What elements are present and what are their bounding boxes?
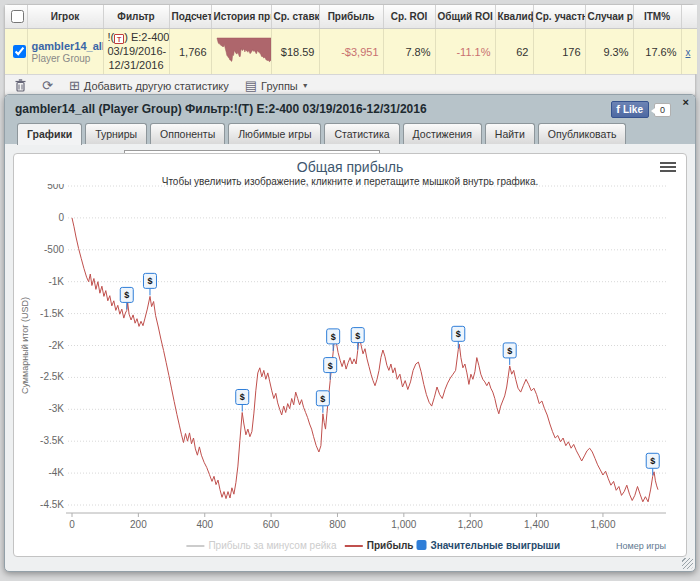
delete-button[interactable] (15, 79, 26, 92)
remove-row-link[interactable]: x (686, 47, 691, 58)
svg-text:-1.5K: -1.5K (40, 308, 64, 319)
col-total-roi[interactable]: Общий ROI (435, 5, 495, 29)
svg-text:-2K: -2K (48, 340, 64, 351)
cell-total-roi: -11.1% (435, 29, 495, 75)
svg-text:-3.5K: -3.5K (40, 435, 64, 446)
tab-favorite-games[interactable]: Любимые игры (228, 123, 321, 144)
tab-opponents[interactable]: Оппоненты (150, 123, 225, 144)
row-checkbox[interactable] (13, 45, 26, 58)
significant-win-flag[interactable]: $ (236, 389, 249, 411)
panel-title: gambler14_all (Player Group) Фильтр:!(T)… (15, 100, 611, 116)
groups-button[interactable]: ▤ Группы ▼ (245, 80, 309, 92)
profit-sparkline (216, 37, 272, 65)
select-all-checkbox[interactable] (11, 10, 24, 23)
facebook-like: f Like 0 (611, 101, 671, 118)
svg-text:-2.5K: -2.5K (40, 371, 64, 382)
col-flips[interactable]: Случаи ра (585, 5, 633, 29)
significant-win-flag[interactable]: $ (503, 343, 516, 365)
svg-text:1,000: 1,000 (391, 519, 416, 530)
svg-text:Номер игры: Номер игры (616, 541, 666, 551)
col-avg-entrants[interactable]: Ср. участни (533, 5, 585, 29)
col-qualified[interactable]: Квалиф (495, 5, 533, 29)
groups-label: Группы (261, 80, 298, 92)
filter-date-to: 12/31/2016 (108, 59, 163, 71)
svg-text:-4.5K: -4.5K (40, 499, 64, 510)
svg-text:400: 400 (196, 519, 213, 530)
svg-text:-500: -500 (44, 244, 64, 255)
col-profit-history[interactable]: История прибы (211, 5, 271, 29)
svg-text:$: $ (331, 332, 336, 342)
filter-date-from: 03/19/2016- (108, 45, 167, 57)
svg-text:500: 500 (47, 184, 64, 191)
resize-handle-icon[interactable] (682, 558, 693, 569)
svg-text:800: 800 (329, 519, 346, 530)
svg-text:$: $ (320, 394, 325, 404)
svg-text:-3K: -3K (48, 403, 64, 414)
tab-statistics[interactable]: Статистика (324, 123, 399, 144)
significant-win-flag[interactable]: $ (324, 358, 337, 380)
refresh-button[interactable]: ⟳ (42, 80, 53, 92)
tab-tournaments[interactable]: Турниры (85, 123, 147, 144)
filter-suffix: ) E:2-400 (124, 31, 169, 43)
player-link[interactable]: gambler14_all (32, 40, 104, 52)
svg-text:600: 600 (263, 519, 280, 530)
groups-icon: ▤ (245, 80, 257, 92)
cell-profit-history[interactable] (211, 29, 271, 75)
significant-win-flag[interactable]: $ (452, 326, 465, 348)
svg-text:Суммарный итог (USD): Суммарный итог (USD) (20, 297, 30, 394)
significant-win-flag[interactable]: $ (646, 453, 659, 475)
col-filter[interactable]: Фильтр (103, 5, 169, 29)
legend-item[interactable]: Прибыль (345, 540, 414, 551)
svg-text:0: 0 (69, 519, 75, 530)
legend-item[interactable]: Прибыль за минусом рейка (186, 540, 337, 551)
chart-menu-icon[interactable] (660, 162, 676, 174)
col-count[interactable]: Подсчет (169, 5, 211, 29)
col-profit[interactable]: Прибыль (319, 5, 383, 29)
cell-player: gambler14_all Player Group (27, 29, 103, 75)
cell-flips: 9.3% (585, 29, 633, 75)
profit-chart[interactable]: 5000-500-1K-1.5K-2K-2.5K-3K-3.5K-4K-4.5K… (16, 184, 692, 556)
tab-achievements[interactable]: Достижения (403, 123, 482, 144)
chevron-down-icon: ▼ (302, 82, 309, 89)
results-table-card: Игрок Фильтр Подсчет История прибы Ср. с… (4, 4, 696, 97)
facebook-like-button[interactable]: f Like (611, 101, 649, 118)
results-table: Игрок Фильтр Подсчет История прибы Ср. с… (5, 5, 697, 74)
svg-text:Прибыль: Прибыль (367, 540, 414, 551)
tab-charts[interactable]: Графики (17, 123, 82, 145)
player-panel: × gambler14_all (Player Group) Фильтр:!(… (4, 94, 696, 572)
tab-publish[interactable]: Опубликовать (538, 123, 627, 144)
col-itm[interactable]: ITM% (633, 5, 681, 29)
panel-tabs: Графики Турниры Оппоненты Любимые игры С… (15, 123, 685, 144)
svg-text:$: $ (355, 331, 360, 341)
svg-text:1,600: 1,600 (590, 519, 615, 530)
svg-text:$: $ (124, 290, 129, 300)
add-statistic-button[interactable]: ⊞ Добавить другую статистику (69, 80, 229, 92)
like-label: Like (623, 104, 643, 115)
col-actions (681, 5, 697, 29)
col-player[interactable]: Игрок (27, 5, 103, 29)
col-avg-roi[interactable]: Ср. ROI (383, 5, 435, 29)
cell-remove: x (681, 29, 697, 75)
row-select-cell (5, 29, 27, 75)
add-statistic-label: Добавить другую статистику (84, 80, 229, 92)
significant-win-flag[interactable]: $ (120, 287, 133, 309)
significant-win-flag[interactable]: $ (143, 273, 156, 295)
col-avg-stake[interactable]: Ср. ставка (271, 5, 319, 29)
panel-header: gambler14_all (Player Group) Фильтр:!(T)… (5, 95, 695, 144)
tab-find[interactable]: Найти (485, 123, 535, 144)
table-header-row: Игрок Фильтр Подсчет История прибы Ср. с… (5, 5, 697, 29)
cell-count: 1,766 (169, 29, 211, 75)
svg-text:200: 200 (130, 519, 147, 530)
svg-text:$: $ (507, 346, 512, 356)
significant-win-flag[interactable]: $ (351, 328, 364, 350)
close-icon[interactable]: × (683, 97, 689, 108)
chart-container: Общая прибыль Чтобы увеличить изображени… (13, 153, 687, 557)
svg-text:Значительные выигрыши: Значительные выигрыши (431, 540, 561, 551)
legend-item[interactable]: Значительные выигрыши (417, 540, 561, 551)
table-row: gambler14_all Player Group !(T) E:2-400 … (5, 29, 697, 75)
cell-avg-stake: $18.59 (271, 29, 319, 75)
facebook-icon: f (616, 103, 620, 115)
like-count-badge: 0 (654, 103, 671, 117)
header-select-all (5, 5, 27, 29)
table-toolbar: ⟳ ⊞ Добавить другую статистику ▤ Группы … (5, 74, 695, 96)
